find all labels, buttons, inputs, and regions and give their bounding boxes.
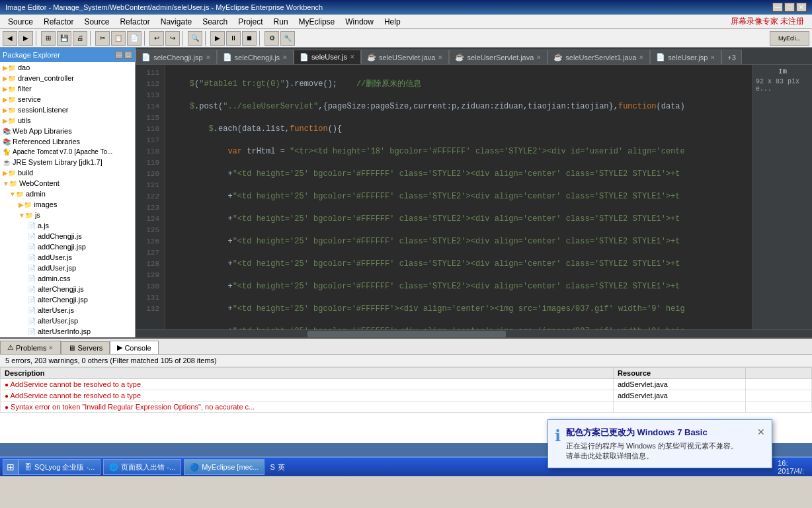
tree-item-reflib[interactable]: 📚 Referenced Libraries (0, 136, 135, 147)
tab-selechengji-js[interactable]: 📄 seleChengji.js ✕ (217, 50, 294, 64)
notification-close-button[interactable]: ✕ (757, 427, 765, 461)
toolbar-btn-7[interactable]: 📋 (111, 31, 126, 46)
table-row[interactable]: ● Syntax error on token "Invalid Regular… (1, 402, 812, 413)
code-line-112: $.post("../seleUserServlet",{pageSize:pa… (171, 101, 747, 112)
tree-item-adduser-jsp[interactable]: 📄 addUser.jsp (0, 263, 135, 273)
menu-navigate[interactable]: Navigate (155, 16, 197, 28)
tree-item-alterchengji-js[interactable]: 📄 alterChengji.js (0, 284, 135, 294)
table-row[interactable]: ● AddService cannot be resolved to a typ… (1, 390, 812, 402)
line-numbers: 111112113114115 116117118119120 12112212… (136, 65, 165, 329)
tab-selechengji-jsp[interactable]: 📄 seleChengji.jsp ✕ (136, 50, 217, 64)
close-icon[interactable]: ✕ (710, 54, 715, 61)
tree-item-webapplib[interactable]: 📚 Web App Libraries (0, 126, 135, 136)
tab-close-problems[interactable]: ✕ (48, 345, 54, 351)
tree-item-dao[interactable]: ▶📁 dao (0, 62, 135, 73)
tree-item-resetpwd-js[interactable]: 📄 resetPwd.js (0, 337, 135, 337)
myeclipse-icon[interactable]: MyEcli... (770, 31, 809, 46)
code-line-118: +"<td height='25' bgcolor='#FFFFFF' clas… (171, 236, 747, 247)
tree-item-webcontent[interactable]: ▼📁 WebContent (0, 178, 135, 189)
table-row[interactable]: ● AddService cannot be resolved to a typ… (1, 379, 812, 390)
tree-item-filter[interactable]: ▶📁 filter (0, 83, 135, 94)
panel-min-btn[interactable]: — (115, 51, 123, 59)
tab-console[interactable]: ▶ Console (110, 341, 158, 354)
toolbar-btn-9[interactable]: ↩ (149, 31, 164, 46)
h-scroll-thumb[interactable] (307, 331, 506, 337)
tab-seleuser-jsp[interactable]: 📄 seleUser.jsp ✕ (650, 50, 721, 64)
tree-item-alteruser-jsp[interactable]: 📄 alterUser.jsp (0, 316, 135, 326)
horizontal-scrollbar[interactable] (136, 329, 812, 337)
toolbar-btn-5[interactable]: 🖨 (73, 31, 87, 46)
tab-more[interactable]: +3 (721, 50, 742, 64)
close-icon[interactable]: ✕ (282, 54, 288, 61)
taskbar-myeclipse[interactable]: 🔵 MyEclipse [mec... (184, 459, 264, 475)
toolbar-btn-6[interactable]: ✂ (95, 31, 110, 46)
toolbar-btn-16[interactable]: 🔧 (280, 31, 295, 46)
toolbar-sep-4 (183, 31, 185, 46)
tree-item-admin[interactable]: ▼📁 admin (0, 189, 135, 199)
right-panel-title: Im (778, 67, 787, 75)
tree-item-utils[interactable]: ▶📁 utils (0, 115, 135, 126)
menu-refactor2[interactable]: Refactor (114, 16, 155, 28)
toolbar-btn-12[interactable]: ▶ (210, 31, 225, 46)
menu-run[interactable]: Run (268, 16, 294, 28)
tree-item-alteruserinfo-jsp[interactable]: 📄 alterUserInfo.jsp (0, 326, 135, 337)
tree-item-js[interactable]: ▼📁 js (0, 210, 135, 220)
tab-seleuser-js[interactable]: 📄 seleUser.js ✕ (294, 50, 361, 64)
taskbar-sqlyog[interactable]: 🗄 SQLyog 企业版 -... (19, 459, 101, 475)
toolbar-btn-8[interactable]: 📄 (127, 31, 142, 46)
tree-item-adduser-js[interactable]: 📄 addUser.js (0, 252, 135, 263)
toolbar-btn-4[interactable]: 💾 (57, 31, 71, 46)
tree-item-jre[interactable]: ☕ JRE System Library [jdk1.7] (0, 157, 135, 167)
maximize-button[interactable]: □ (784, 3, 795, 12)
menu-help[interactable]: Help (379, 16, 406, 28)
tree-item-build[interactable]: ▶📁 build (0, 167, 135, 178)
tree-item-alterchengji-jsp[interactable]: 📄 alterChengji.jsp (0, 294, 135, 305)
toolbar-btn-13[interactable]: ⏸ (226, 31, 241, 46)
menu-window[interactable]: Window (340, 16, 379, 28)
code-editor[interactable]: 111112113114115 116117118119120 12112212… (136, 65, 812, 329)
close-icon[interactable]: ✕ (536, 54, 542, 61)
toolbar-btn-14[interactable]: ⏹ (242, 31, 257, 46)
col-resource: Resource (614, 368, 746, 379)
toolbar-btn-15[interactable]: ⚙ (264, 31, 279, 46)
start-button[interactable]: ⊞ (3, 459, 19, 475)
toolbar-btn-10[interactable]: ↪ (165, 31, 180, 46)
menu-project[interactable]: Project (233, 16, 268, 28)
close-button[interactable]: ✕ (796, 3, 807, 12)
tree-item-tomcat[interactable]: 🐈 Apache Tomcat v7.0 [Apache To... (0, 147, 135, 157)
toolbar-btn-2[interactable]: ▶ (19, 31, 33, 46)
code-content[interactable]: $("#table1 tr:gt(0)").remove(); //删除原来的信… (165, 65, 752, 329)
tab-seleuservlet[interactable]: ☕ seleUServlet.java ✕ (361, 50, 450, 64)
tree-item-addchengji-js[interactable]: 📄 addChengji.js (0, 231, 135, 241)
tab-servers[interactable]: 🖥 Servers (61, 341, 110, 354)
minimize-button[interactable]: — (772, 3, 783, 12)
tree-item-ajs[interactable]: 📄 a.js (0, 220, 135, 231)
tab-problems[interactable]: ⚠ Problems ✕ (0, 341, 61, 354)
menu-source[interactable]: Source (3, 16, 38, 28)
taskbar-browser[interactable]: 🌐 页面载入出错 -... (103, 459, 181, 475)
tab-seleuserservlet[interactable]: ☕ seleUserServlet.java ✕ (449, 50, 548, 64)
tree-item-sessionlistener[interactable]: ▶📁 sessionListener (0, 105, 135, 115)
tree-item-images[interactable]: ▶📁 images (0, 199, 135, 210)
close-icon[interactable]: ✕ (639, 54, 644, 61)
toolbar-btn-11[interactable]: 🔍 (188, 31, 202, 46)
menu-refactor[interactable]: Refactor (38, 16, 79, 28)
ime-label: 英 (278, 462, 285, 472)
menu-source2[interactable]: Source (79, 16, 114, 28)
menu-myeclipse[interactable]: MyEclipse (294, 16, 341, 28)
tree-item-alteruser-js[interactable]: 📄 alterUser.js (0, 305, 135, 316)
tree-item-draven[interactable]: ▶📁 draven_controller (0, 73, 135, 83)
close-icon[interactable]: ✕ (438, 54, 443, 61)
notification-popup: ℹ 配色方案已更改为 Windows 7 Basic 正在运行的程序与 Wind… (548, 419, 772, 468)
tab-seleuserservlet1[interactable]: ☕ seleUserServlet1.java ✕ (548, 50, 650, 64)
toolbar-btn-1[interactable]: ◀ (3, 31, 17, 46)
toolbar-btn-3[interactable]: ⊞ (41, 31, 56, 46)
tree-item-addchengji-jsp[interactable]: 📄 addChengji.jsp (0, 241, 135, 252)
panel-max-btn[interactable]: □ (124, 51, 132, 59)
tree-item-service[interactable]: ▶📁 service (0, 94, 135, 105)
menu-search[interactable]: Search (197, 16, 233, 28)
close-icon[interactable]: ✕ (206, 54, 211, 61)
tree-item-admin-css[interactable]: 📄 admin.css (0, 273, 135, 284)
close-icon[interactable]: ✕ (350, 54, 355, 60)
toolbar-sep-1 (36, 31, 38, 46)
